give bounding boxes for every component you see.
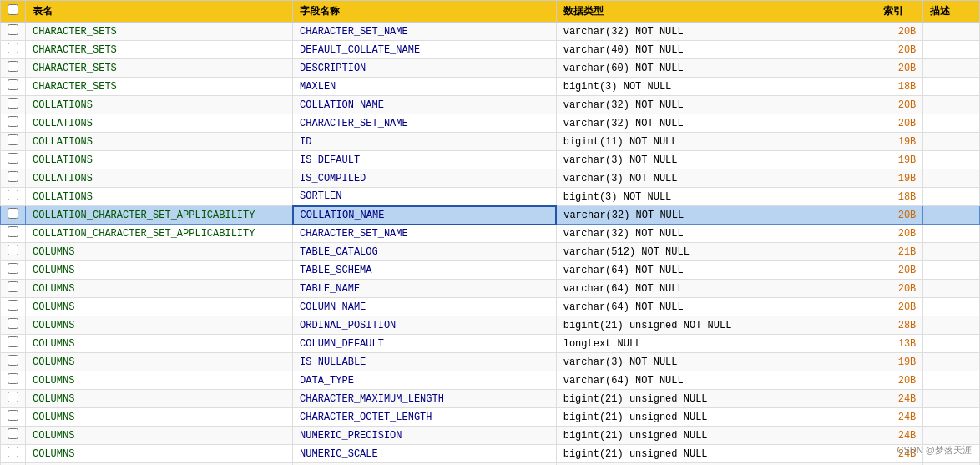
row-checkbox[interactable] <box>8 392 18 402</box>
row-description <box>923 353 980 371</box>
row-checkbox[interactable] <box>8 43 18 53</box>
row-checkbox-cell[interactable] <box>1 243 26 261</box>
row-description <box>923 78 980 96</box>
row-checkbox[interactable] <box>8 24 18 35</box>
row-checkbox[interactable] <box>8 373 18 384</box>
row-checkbox[interactable] <box>8 226 18 237</box>
row-table-name: COLUMNS <box>26 445 293 463</box>
row-index: 20B <box>876 225 922 243</box>
watermark: CSDN @梦落天涯 <box>897 444 972 457</box>
row-index: 20B <box>876 206 922 225</box>
select-all-checkbox[interactable] <box>8 4 18 15</box>
table-row: COLUMNSCHARACTER_OCTET_LENGTHbigint(21) … <box>1 408 980 427</box>
row-index: 28B <box>876 316 922 335</box>
row-checkbox-cell[interactable] <box>1 114 26 133</box>
table-row: COLLATION_CHARACTER_SET_APPLICABILITYCHA… <box>1 225 980 243</box>
row-description <box>923 225 980 243</box>
row-checkbox[interactable] <box>8 245 18 255</box>
row-index: 20B <box>876 280 922 298</box>
row-checkbox-cell[interactable] <box>1 78 26 96</box>
row-description <box>923 206 980 225</box>
row-table-name: COLLATIONS <box>26 151 293 169</box>
row-checkbox-cell[interactable] <box>1 280 26 298</box>
row-table-name: COLUMNS <box>26 353 293 371</box>
row-index: 19B <box>876 133 922 151</box>
header-checkbox-col[interactable] <box>1 1 26 23</box>
row-checkbox[interactable] <box>8 116 18 127</box>
row-checkbox[interactable] <box>8 263 18 274</box>
row-checkbox[interactable] <box>8 190 18 200</box>
row-checkbox[interactable] <box>8 281 18 292</box>
table-row: COLLATIONSSORTLENbigint(3) NOT NULL18B <box>1 188 980 206</box>
row-checkbox-cell[interactable] <box>1 445 26 463</box>
row-field-name: TABLE_CATALOG <box>293 243 557 261</box>
row-data-type: varchar(32) NOT NULL <box>556 23 876 41</box>
row-data-type: bigint(21) unsigned NULL <box>556 408 876 427</box>
row-field-name: CHARACTER_OCTET_LENGTH <box>293 408 557 427</box>
row-checkbox[interactable] <box>8 318 18 329</box>
row-field-name: ORDINAL_POSITION <box>293 316 557 335</box>
row-field-name: IS_COMPILED <box>293 169 557 188</box>
row-checkbox-cell[interactable] <box>1 371 26 390</box>
row-checkbox-cell[interactable] <box>1 206 26 225</box>
row-checkbox-cell[interactable] <box>1 96 26 114</box>
row-index: 19B <box>876 151 922 169</box>
row-checkbox-cell[interactable] <box>1 23 26 41</box>
row-checkbox-cell[interactable] <box>1 133 26 151</box>
table-row: CHARACTER_SETSDESCRIPTIONvarchar(60) NOT… <box>1 59 980 78</box>
row-data-type: varchar(512) NOT NULL <box>556 243 876 261</box>
table-row: COLUMNSNUMERIC_PRECISIONbigint(21) unsig… <box>1 427 980 445</box>
row-checkbox-cell[interactable] <box>1 298 26 316</box>
row-checkbox-cell[interactable] <box>1 427 26 445</box>
row-checkbox-cell[interactable] <box>1 408 26 427</box>
row-table-name: COLLATIONS <box>26 114 293 133</box>
row-checkbox[interactable] <box>8 300 18 311</box>
row-description <box>923 96 980 114</box>
row-checkbox-cell[interactable] <box>1 390 26 408</box>
table-row: COLLATIONSCOLLATION_NAMEvarchar(32) NOT … <box>1 96 980 114</box>
row-index: 18B <box>876 78 922 96</box>
row-checkbox[interactable] <box>8 336 18 347</box>
table-row: CHARACTER_SETSMAXLENbigint(3) NOT NULL18… <box>1 78 980 96</box>
row-checkbox[interactable] <box>8 410 18 421</box>
row-index: 20B <box>876 298 922 316</box>
row-data-type: varchar(32) NOT NULL <box>556 206 876 225</box>
row-checkbox[interactable] <box>8 355 18 366</box>
row-checkbox[interactable] <box>8 428 18 439</box>
row-index: 21B <box>876 243 922 261</box>
row-field-name: NUMERIC_SCALE <box>293 445 557 463</box>
row-checkbox[interactable] <box>8 61 18 72</box>
row-checkbox[interactable] <box>8 208 18 219</box>
row-description <box>923 427 980 445</box>
row-checkbox-cell[interactable] <box>1 353 26 371</box>
row-checkbox-cell[interactable] <box>1 169 26 188</box>
row-checkbox-cell[interactable] <box>1 261 26 280</box>
col-fieldname-header: 字段名称 <box>293 1 557 23</box>
row-checkbox-cell[interactable] <box>1 316 26 335</box>
row-checkbox-cell[interactable] <box>1 59 26 78</box>
row-table-name: CHARACTER_SETS <box>26 41 293 59</box>
row-checkbox[interactable] <box>8 447 18 457</box>
row-table-name: COLUMNS <box>26 371 293 390</box>
row-checkbox[interactable] <box>8 134 18 145</box>
row-checkbox-cell[interactable] <box>1 188 26 206</box>
row-field-name: ID <box>293 133 557 151</box>
row-checkbox-cell[interactable] <box>1 151 26 169</box>
main-table-container[interactable]: 表名 字段名称 数据类型 索引 描述 CHARACTER_SETSCHARACT… <box>0 0 980 465</box>
row-data-type: varchar(3) NOT NULL <box>556 353 876 371</box>
row-field-name: SORTLEN <box>293 188 557 206</box>
row-field-name: CHARACTER_SET_NAME <box>293 114 557 133</box>
row-checkbox[interactable] <box>8 171 18 182</box>
row-index: 20B <box>876 261 922 280</box>
row-checkbox[interactable] <box>8 98 18 109</box>
row-index: 20B <box>876 41 922 59</box>
row-data-type: varchar(3) NOT NULL <box>556 169 876 188</box>
row-checkbox[interactable] <box>8 153 18 164</box>
row-data-type: bigint(3) NOT NULL <box>556 78 876 96</box>
row-checkbox-cell[interactable] <box>1 335 26 353</box>
row-field-name: COLLATION_NAME <box>293 206 557 225</box>
row-checkbox-cell[interactable] <box>1 41 26 59</box>
row-checkbox-cell[interactable] <box>1 225 26 243</box>
row-checkbox[interactable] <box>8 79 18 90</box>
row-data-type: bigint(11) NOT NULL <box>556 133 876 151</box>
